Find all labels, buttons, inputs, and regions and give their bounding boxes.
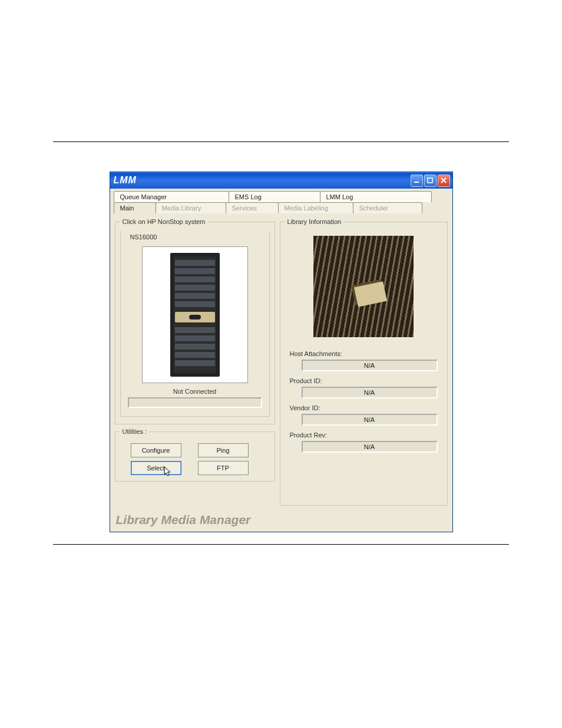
tab-media-library[interactable]: Media Library bbox=[156, 202, 226, 213]
group-title: Click on HP NonStop system bbox=[120, 218, 208, 225]
client-area: Queue Manager EMS Log LMM Log Main Media… bbox=[110, 189, 452, 532]
tab-label: Main bbox=[120, 205, 134, 212]
product-id-label: Product ID: bbox=[290, 377, 442, 384]
window-buttons bbox=[411, 174, 450, 187]
server-rack-icon bbox=[170, 253, 220, 377]
nonstop-system-group: Click on HP NonStop system NS16000 bbox=[115, 218, 275, 424]
host-attachments-label: Host Attachments: bbox=[290, 350, 442, 357]
ping-button[interactable]: Ping bbox=[198, 443, 249, 457]
tab-ems-log[interactable]: EMS Log bbox=[229, 191, 320, 202]
tab-lmm-log[interactable]: LMM Log bbox=[320, 191, 432, 202]
right-column: Library Information Host Attachments: N/… bbox=[280, 218, 448, 506]
close-button[interactable] bbox=[438, 174, 450, 187]
connection-status-label: Not Connected bbox=[128, 388, 262, 395]
tab-services[interactable]: Services bbox=[226, 202, 279, 213]
tab-label: Services bbox=[232, 205, 257, 212]
vendor-id-value: N/A bbox=[302, 414, 438, 426]
tab-row-primary: Main Media Library Services Media Labeli… bbox=[110, 202, 452, 213]
utilities-group: Utilities : Configure Ping Select FTP bbox=[115, 428, 275, 482]
tab-label: Scheduler bbox=[359, 205, 389, 212]
minimize-button[interactable] bbox=[411, 174, 423, 187]
maximize-button[interactable] bbox=[424, 174, 437, 187]
tab-media-labeling[interactable]: Media Labeling bbox=[278, 202, 353, 213]
tab-label: EMS Log bbox=[235, 193, 262, 200]
tab-queue-manager[interactable]: Queue Manager bbox=[114, 191, 229, 202]
tab-label: Media Library bbox=[162, 205, 201, 212]
footer-brand: Library Media Manager bbox=[110, 510, 452, 532]
product-rev-value: N/A bbox=[302, 441, 438, 453]
page-divider-top bbox=[53, 141, 509, 142]
tab-row-secondary: Queue Manager EMS Log LMM Log bbox=[110, 189, 452, 202]
titlebar[interactable]: LMM bbox=[110, 172, 452, 189]
tab-label: Queue Manager bbox=[120, 193, 167, 200]
cursor-icon bbox=[164, 466, 172, 477]
library-info-group: Library Information Host Attachments: N/… bbox=[280, 218, 448, 506]
main-content: Click on HP NonStop system NS16000 bbox=[110, 213, 452, 510]
left-column: Click on HP NonStop system NS16000 bbox=[115, 218, 275, 482]
svg-rect-0 bbox=[414, 182, 419, 183]
window-title: LMM bbox=[114, 175, 411, 186]
tab-label: Media Labeling bbox=[285, 205, 329, 212]
app-window: LMM Queue Manager EMS Log LMM Log bbox=[110, 172, 453, 532]
system-label: NS16000 bbox=[128, 233, 160, 241]
select-button[interactable]: Select bbox=[131, 461, 181, 475]
vendor-id-label: Vendor ID: bbox=[290, 404, 442, 411]
system-image[interactable] bbox=[142, 246, 248, 383]
configure-button[interactable]: Configure bbox=[131, 443, 181, 457]
tab-scheduler[interactable]: Scheduler bbox=[353, 202, 422, 213]
tab-main[interactable]: Main bbox=[114, 202, 156, 213]
ftp-button[interactable]: FTP bbox=[198, 461, 249, 475]
page-divider-bottom bbox=[53, 544, 509, 545]
product-id-value: N/A bbox=[302, 387, 438, 398]
host-attachments-value: N/A bbox=[302, 360, 438, 371]
group-title: Library Information bbox=[285, 218, 344, 225]
product-rev-label: Product Rev: bbox=[290, 431, 442, 439]
library-image bbox=[313, 236, 414, 337]
svg-rect-1 bbox=[428, 178, 432, 183]
tab-label: LMM Log bbox=[326, 193, 353, 200]
connection-status-field bbox=[128, 397, 262, 408]
utilities-title: Utilities : bbox=[120, 428, 150, 435]
connection-status-group: Not Connected bbox=[124, 387, 266, 413]
